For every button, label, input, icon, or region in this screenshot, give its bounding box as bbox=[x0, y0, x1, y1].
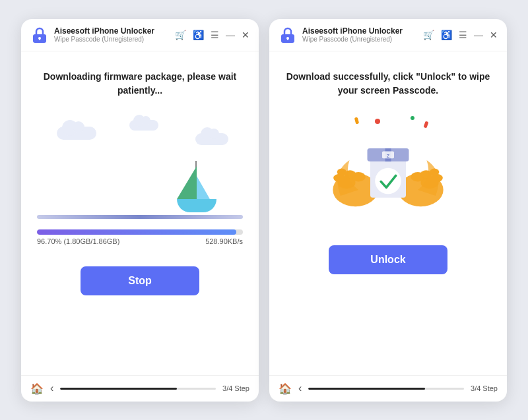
cloud-1 bbox=[57, 127, 96, 140]
bottom-step-right: 3/4 Step bbox=[471, 384, 498, 392]
close-icon-right[interactable]: ✕ bbox=[490, 30, 498, 40]
svg-rect-5 bbox=[287, 38, 288, 40]
right-app-subtitle: Wipe Passcode (Unregistered) bbox=[302, 36, 418, 43]
accessibility-icon-right[interactable]: ♿ bbox=[441, 30, 452, 40]
bottom-step-left: 3/4 Step bbox=[222, 384, 249, 392]
right-titlebar: Aiseesoft iPhone Unlocker Wipe Passcode … bbox=[269, 19, 507, 51]
left-illustration bbox=[37, 113, 243, 219]
boat-body bbox=[177, 199, 216, 212]
right-content: Download successfully, click "Unlock" to… bbox=[269, 51, 507, 375]
right-titlebar-icons: 🛒 ♿ ☰ — ✕ bbox=[423, 30, 498, 40]
lock-icon bbox=[30, 26, 49, 44]
back-icon-right[interactable]: ‹ bbox=[298, 382, 302, 394]
left-bottombar: 🏠 ‹ 3/4 Step bbox=[21, 375, 259, 402]
bottom-progress-fill-left bbox=[60, 388, 177, 390]
minimize-icon-right[interactable]: — bbox=[474, 30, 483, 40]
svg-text:Z: Z bbox=[387, 152, 390, 158]
left-titlebar-text: Aiseesoft iPhone Unlocker Wipe Passcode … bbox=[54, 26, 170, 43]
minimize-icon[interactable]: — bbox=[226, 30, 235, 40]
left-status-text: Downloading firmware package, please wai… bbox=[37, 70, 243, 98]
menu-icon[interactable]: ☰ bbox=[211, 30, 219, 40]
progress-fill bbox=[37, 229, 236, 235]
lock-icon-right bbox=[279, 26, 297, 44]
right-bottombar: 🏠 ‹ 3/4 Step bbox=[269, 375, 507, 402]
cart-icon[interactable]: 🛒 bbox=[175, 30, 186, 40]
unlock-button[interactable]: Unlock bbox=[329, 245, 447, 274]
sail-small bbox=[197, 176, 210, 199]
progress-left-text: 96.70% (1.80GB/1.86GB) bbox=[37, 237, 119, 245]
back-icon-left[interactable]: ‹ bbox=[50, 382, 53, 394]
confetti-2 bbox=[411, 116, 414, 120]
bottom-progress-right bbox=[308, 388, 464, 390]
close-icon[interactable]: ✕ bbox=[242, 30, 249, 40]
progress-percent: 96.70% bbox=[37, 237, 61, 245]
left-app-subtitle: Wipe Passcode (Unregistered) bbox=[54, 36, 170, 43]
stop-button[interactable]: Stop bbox=[81, 266, 199, 295]
bottom-progress-fill-right bbox=[308, 388, 425, 390]
right-app-title: Aiseesoft iPhone Unlocker bbox=[302, 26, 418, 36]
left-app-title: Aiseesoft iPhone Unlocker bbox=[54, 26, 170, 36]
right-illustration: Z bbox=[322, 113, 454, 219]
home-icon-left[interactable]: 🏠 bbox=[30, 382, 44, 395]
accessibility-icon[interactable]: ♿ bbox=[193, 30, 204, 40]
svg-point-23 bbox=[375, 167, 401, 194]
water-line bbox=[37, 215, 243, 219]
cloud-3 bbox=[195, 133, 228, 145]
progress-speed: 528.90KB/s bbox=[205, 237, 243, 245]
progress-container: 96.70% (1.80GB/1.86GB) 528.90KB/s bbox=[37, 229, 243, 245]
confetti-1 bbox=[375, 119, 380, 124]
progress-info: 96.70% (1.80GB/1.86GB) 528.90KB/s bbox=[37, 237, 243, 245]
left-content: Downloading firmware package, please wai… bbox=[21, 51, 259, 375]
bottom-progress-left bbox=[60, 388, 216, 390]
svg-rect-2 bbox=[39, 38, 40, 40]
left-window: Aiseesoft iPhone Unlocker Wipe Passcode … bbox=[21, 19, 259, 402]
left-titlebar-icons: 🛒 ♿ ☰ — ✕ bbox=[175, 30, 249, 40]
progress-detail: (1.80GB/1.86GB) bbox=[63, 237, 119, 245]
right-window: Aiseesoft iPhone Unlocker Wipe Passcode … bbox=[269, 19, 507, 402]
progress-track bbox=[37, 229, 243, 235]
cart-icon-right[interactable]: 🛒 bbox=[423, 30, 434, 40]
home-icon-right[interactable]: 🏠 bbox=[279, 382, 292, 395]
cloud-2 bbox=[129, 120, 158, 131]
right-status-text: Download successfully, click "Unlock" to… bbox=[285, 70, 491, 98]
box-illustration-svg: Z bbox=[329, 117, 447, 216]
menu-icon-right[interactable]: ☰ bbox=[459, 30, 467, 40]
sailboat bbox=[177, 199, 216, 212]
left-titlebar: Aiseesoft iPhone Unlocker Wipe Passcode … bbox=[21, 19, 259, 51]
sail-main bbox=[177, 166, 197, 199]
right-titlebar-text: Aiseesoft iPhone Unlocker Wipe Passcode … bbox=[302, 26, 418, 43]
